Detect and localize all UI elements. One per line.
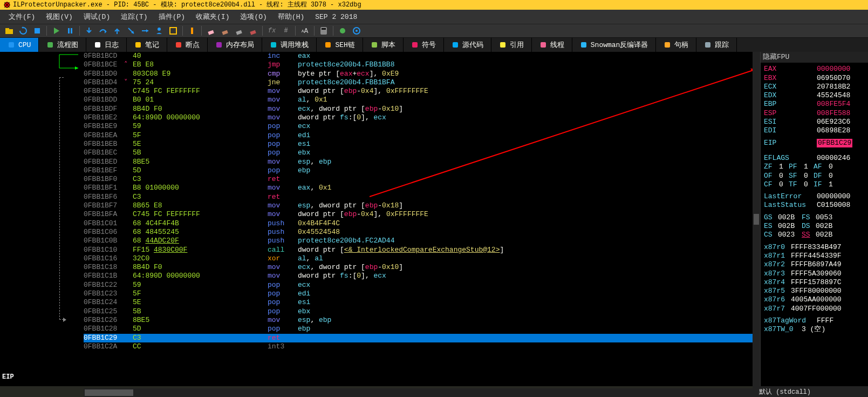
patch-icon[interactable] (186, 25, 198, 37)
disasm-row[interactable]: 0FBB1BDDB0 01moval, 0x1 (84, 96, 760, 104)
hash-button[interactable]: # (280, 25, 292, 37)
register-row[interactable]: EBX06950D70 (764, 74, 865, 83)
disasm-row[interactable]: 0FBB1C188B4D F0movecx, dword ptr [ebp-0x… (84, 263, 760, 272)
tab-item[interactable]: 符号 (404, 38, 444, 52)
disasm-row[interactable]: 0FBB1C29C3ret (84, 334, 760, 342)
flag-value[interactable]: 0 (804, 180, 814, 189)
settings-button[interactable] (337, 25, 348, 37)
pause-button[interactable] (64, 25, 76, 37)
register-row[interactable]: ESI06E923C6 (764, 118, 865, 126)
disasm-row[interactable]: 0FBB1C255Bpopebx (84, 307, 760, 316)
tab-item[interactable]: 调用堆栈 (262, 38, 317, 52)
reg-eip[interactable]: EIP 0FBB1C29 (764, 139, 865, 147)
disasm-row[interactable]: 0FBB1BF6C3ret (84, 193, 760, 201)
disasm-row[interactable]: 0FBB1BF0C3ret (84, 175, 760, 184)
disasm-row[interactable]: 0FBB1C0668 48455245push0x45524548 (84, 228, 760, 237)
disasm-row[interactable]: 0FBB1BD4˅75 24jneprotect8ce200b4.FBB1BFA (84, 78, 760, 87)
trace-over-button[interactable] (139, 25, 151, 37)
disasm-row[interactable]: 0FBB1BED8BE5movesp, ebp (84, 158, 760, 166)
tab-item[interactable]: 引用 (491, 38, 532, 52)
disasm-row[interactable]: 0FBB1BCD40inceax (84, 52, 760, 60)
erase2-icon[interactable] (219, 25, 231, 37)
disasm-row[interactable]: 0FBB1BEC5Bpopebx (84, 149, 760, 157)
text-size-button[interactable]: AA (299, 25, 311, 37)
disasm-row[interactable]: 0FBB1BDF8B4D F0movecx, dword ptr [ebp-0x… (84, 105, 760, 113)
flag-value[interactable]: 1 (829, 180, 838, 189)
register-row[interactable]: EAX00000000 (764, 65, 865, 73)
tab-item[interactable]: 日志 (86, 38, 127, 52)
flag-value[interactable]: 1 (804, 163, 814, 171)
disasm-row[interactable]: 0FBB1BE959popecx (84, 122, 760, 131)
disasm-row[interactable]: 0FBB1BEF5Dpopebp (84, 166, 760, 175)
tab-item[interactable]: Snowman反编译器 (572, 38, 657, 52)
flag-value[interactable]: 1 (779, 163, 789, 171)
run-button[interactable] (50, 25, 62, 37)
about-button[interactable] (351, 25, 363, 37)
trace-into-button[interactable] (125, 25, 137, 37)
disasm-row[interactable]: 0FBB1C0B68 44ADC20Fpushprotect8ce200b4.F… (84, 237, 760, 245)
step-into-button[interactable] (83, 25, 95, 37)
disasm-row[interactable]: 0FBB1C268BE5movesp, ebp (84, 316, 760, 325)
disasm-row[interactable]: 0FBB1C245Epopesi (84, 298, 760, 307)
disasm-row[interactable]: 0FBB1BD6C745 FC FEFFFFFFmovdword ptr [eb… (84, 87, 760, 96)
disasm-row[interactable]: 0FBB1BFAC745 FC FEFFFFFFmovdword ptr [eb… (84, 210, 760, 219)
disasm-row[interactable]: 0FBB1BEB5Epopesi (84, 140, 760, 149)
flag-value[interactable]: 0 (779, 180, 789, 189)
disasm-scrollbar-vertical[interactable] (753, 52, 760, 388)
flag-value[interactable]: 0 (829, 163, 838, 171)
erase1-icon[interactable] (205, 25, 217, 37)
highlight-button[interactable] (167, 25, 179, 37)
tab-item[interactable]: CPU (0, 38, 39, 52)
register-panel-header[interactable]: 隐藏FPU (761, 52, 868, 63)
disasm-row[interactable]: 0FBB1C2259popecx (84, 281, 760, 290)
erase3-icon[interactable] (233, 25, 245, 37)
flag-value[interactable]: 0 (829, 172, 838, 180)
menu-item[interactable]: SEP 2 2018 (310, 10, 363, 24)
disasm-row[interactable]: 0FBB1BD0803C08 E9cmpbyte ptr [eax+ecx], … (84, 70, 760, 78)
disasm-row[interactable]: 0FBB1C1632C0xoral, al (84, 254, 760, 263)
register-row[interactable]: EBP008FE5F4 (764, 100, 865, 109)
step-over-button[interactable] (97, 25, 109, 37)
register-row[interactable]: ESP008FE588 (764, 109, 865, 118)
disasm-row[interactable]: 0FBB1C285Dpopebp (84, 325, 760, 333)
disasm-row[interactable]: 0FBB1BEA5Fpopedi (84, 131, 760, 140)
eflags-row[interactable]: EFLAGS 00000246 (764, 154, 865, 163)
menu-item[interactable]: 帮助(H) (272, 10, 310, 24)
disasm-row[interactable]: 0FBB1BF78B65 E8movesp, dword ptr [ebp-0x… (84, 201, 760, 210)
menu-item[interactable]: 选项(O) (235, 10, 272, 24)
disasm-row[interactable]: 0FBB1BCE˄EB E8jmpprotect8ce200b4.FBB1BB8 (84, 60, 760, 69)
tab-item[interactable]: 内存布局 (208, 38, 262, 52)
disasm-scrollbar-horizontal[interactable] (84, 388, 760, 397)
tab-item[interactable]: 脚本 (363, 38, 404, 52)
disasm-row[interactable]: 0FBB1C10FF15 4830C00Fcalldword ptr [<&_I… (84, 246, 760, 254)
stop-button[interactable] (31, 25, 43, 37)
tab-item[interactable]: 断点 (167, 38, 208, 52)
tab-item[interactable]: 句柄 (656, 38, 696, 52)
flag-value[interactable]: 0 (804, 172, 814, 180)
menu-item[interactable]: 视图(V) (40, 10, 78, 24)
disasm-row[interactable]: 0FBB1BE264:890D 00000000movdword ptr fs:… (84, 113, 760, 122)
menu-item[interactable]: 插件(P) (153, 10, 190, 24)
menu-item[interactable]: 追踪(T) (115, 10, 153, 24)
register-row[interactable]: EDX45524548 (764, 91, 865, 100)
flag-value[interactable]: 0 (779, 172, 789, 180)
tab-item[interactable]: SEH链 (317, 38, 363, 52)
restart-button[interactable] (17, 25, 29, 37)
register-row[interactable]: EDI06898E28 (764, 126, 865, 135)
menu-item[interactable]: 收藏夹(I) (190, 10, 235, 24)
disasm-row[interactable]: 0FBB1C1B64:890D 00000000movdword ptr fs:… (84, 272, 760, 280)
disasm-row[interactable]: 0FBB1C2ACCint3 (84, 342, 760, 351)
tab-item[interactable]: 笔记 (127, 38, 167, 52)
register-row[interactable]: ECX207818B2 (764, 83, 865, 91)
open-folder-button[interactable] (3, 25, 15, 37)
fx-button[interactable]: fx (266, 25, 278, 37)
disasm-row[interactable]: 0FBB1C235Fpopedi (84, 290, 760, 298)
tab-item[interactable]: 流程图 (39, 38, 86, 52)
erase4-icon[interactable] (247, 25, 259, 37)
tab-item[interactable]: 源代码 (444, 38, 491, 52)
step-out-button[interactable] (111, 25, 123, 37)
disasm-row[interactable]: 0FBB1BF1B8 01000000moveax, 0x1 (84, 184, 760, 192)
disasm-view[interactable]: 0FBB1BCD40inceax0FBB1BCE˄EB E8jmpprotect… (84, 52, 760, 386)
disasm-row[interactable]: 0FBB1C0168 4C4F4F4Bpush0x4B4F4F4C (84, 219, 760, 228)
tab-item[interactable]: 跟踪 (696, 38, 737, 52)
